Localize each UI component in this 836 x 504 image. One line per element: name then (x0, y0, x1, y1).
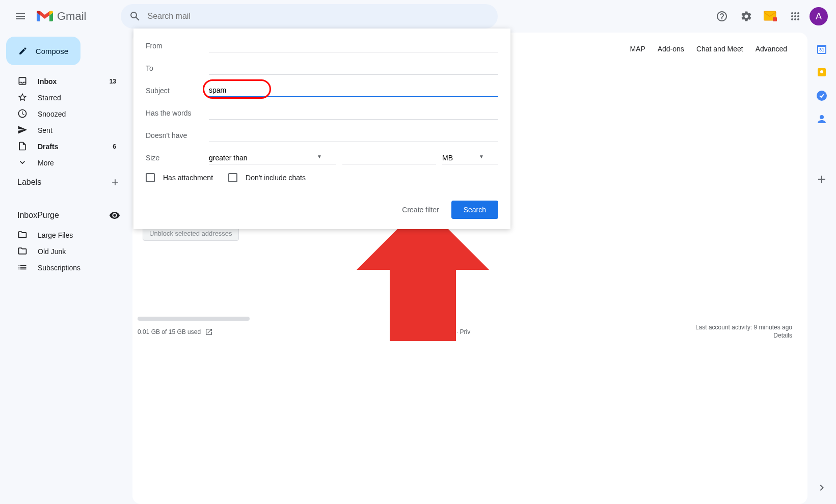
sidebar-item-label: Snoozed (38, 110, 66, 118)
sidebar-item-count: 13 (110, 78, 116, 85)
subject-input[interactable] (209, 84, 498, 97)
sidebar-item-label: Subscriptions (38, 264, 80, 272)
sidebar-item-label: Starred (38, 94, 61, 102)
svg-point-7 (817, 91, 827, 101)
size-value-input[interactable] (342, 152, 436, 164)
sidebar-item-label: Large Files (38, 231, 73, 239)
inboxpurge-item-old-junk[interactable]: Old Junk (4, 243, 128, 260)
list-icon (17, 262, 28, 274)
subject-label: Subject (146, 87, 209, 95)
to-input[interactable] (209, 62, 498, 75)
tab-advanced[interactable]: Advanced (756, 43, 787, 55)
contacts-icon[interactable] (816, 113, 828, 125)
tab-addons[interactable]: Add-ons (658, 43, 684, 55)
send-icon (17, 125, 28, 136)
details-link[interactable]: Details (695, 332, 792, 339)
tasks-icon[interactable] (816, 90, 828, 102)
sidebar-item-drafts[interactable]: Drafts6 (4, 138, 128, 155)
sidebar-item-label: Drafts (38, 143, 58, 151)
app-name: Gmail (57, 10, 86, 23)
search-button[interactable]: Search (451, 201, 498, 219)
calendar-icon[interactable]: 31 (816, 43, 828, 55)
main-menu-icon[interactable] (8, 4, 33, 29)
search-icon (129, 10, 141, 22)
help-icon[interactable] (712, 6, 732, 26)
settings-icon[interactable] (736, 6, 757, 26)
add-panel-icon[interactable] (816, 173, 828, 185)
chevron-down-icon: ▼ (317, 154, 322, 162)
to-label: To (146, 64, 209, 72)
folder-icon (17, 230, 28, 241)
tab-chat-meet[interactable]: Chat and Meet (696, 43, 743, 55)
star-icon (17, 92, 28, 104)
labels-header: Labels (4, 171, 128, 193)
sidebar-item-inbox[interactable]: Inbox13 (4, 73, 128, 90)
size-label: Size (146, 154, 209, 162)
mail-badge-icon[interactable] (761, 6, 781, 26)
compose-button[interactable]: Compose (6, 37, 80, 65)
svg-text:31: 31 (819, 47, 824, 52)
gmail-icon (37, 10, 53, 22)
plus-icon[interactable] (110, 177, 120, 187)
sidebar-item-starred[interactable]: Starred (4, 90, 128, 106)
sidebar-item-label: Sent (38, 126, 52, 134)
chevron-down-icon: ▼ (479, 154, 484, 162)
from-label: From (146, 42, 209, 50)
haswords-input[interactable] (209, 107, 498, 120)
has-attachment-checkbox[interactable]: Has attachment (146, 173, 213, 182)
from-input[interactable] (209, 40, 498, 52)
draft-icon (17, 141, 28, 153)
compose-label: Compose (36, 47, 68, 55)
folder-icon (17, 246, 28, 258)
scrollbar[interactable] (138, 317, 250, 321)
sidebar-item-label: Old Junk (38, 247, 66, 256)
sidebar-item-more[interactable]: More (4, 155, 128, 171)
chevron-down-icon (17, 157, 28, 169)
sidebar: Compose Inbox13StarredSnoozedSentDrafts6… (0, 33, 132, 504)
svg-point-6 (820, 70, 823, 73)
pencil-icon (18, 45, 28, 57)
inboxpurge-item-subscriptions[interactable]: Subscriptions (4, 260, 128, 276)
sidebar-item-count: 6 (113, 143, 116, 150)
checkbox-icon (146, 173, 155, 182)
sidebar-item-snoozed[interactable]: Snoozed (4, 106, 128, 122)
gmail-logo[interactable]: Gmail (37, 10, 86, 23)
sidebar-item-sent[interactable]: Sent (4, 122, 128, 138)
svg-rect-1 (773, 17, 777, 21)
dont-include-chats-checkbox[interactable]: Don't include chats (228, 173, 306, 182)
keep-icon[interactable] (816, 66, 828, 78)
eye-icon[interactable] (109, 210, 120, 221)
apps-icon[interactable] (785, 6, 805, 26)
chevron-right-icon[interactable] (816, 482, 828, 496)
doesnthave-label: Doesn't have (146, 131, 209, 139)
size-unit-select[interactable]: MB ▼ (442, 152, 498, 164)
doesnthave-input[interactable] (209, 129, 498, 142)
inboxpurge-item-large-files[interactable]: Large Files (4, 227, 128, 243)
open-in-new-icon[interactable] (205, 328, 213, 336)
inboxpurge-header: InboxPurge (4, 204, 128, 227)
inbox-icon (17, 76, 28, 88)
side-panel: 31 (807, 33, 836, 185)
sidebar-item-label: Inbox (38, 77, 57, 86)
checkbox-icon (228, 173, 237, 182)
size-operator-select[interactable]: greater than ▼ (209, 152, 336, 164)
svg-point-8 (820, 115, 824, 119)
haswords-label: Has the words (146, 109, 209, 117)
storage-footer: 0.01 GB of 15 GB used (138, 328, 213, 336)
account-avatar[interactable]: A (810, 7, 828, 25)
search-bar[interactable] (121, 4, 498, 29)
create-filter-link[interactable]: Create filter (402, 206, 439, 214)
tab-map[interactable]: MAP (630, 43, 645, 55)
clock-icon (17, 108, 28, 120)
activity-footer: Last account activity: 9 minutes ago (695, 324, 792, 331)
search-input[interactable] (147, 12, 490, 21)
sidebar-item-label: More (38, 159, 54, 167)
search-options-dropdown: From To Subject Has the words Doesn't ha… (133, 29, 510, 229)
